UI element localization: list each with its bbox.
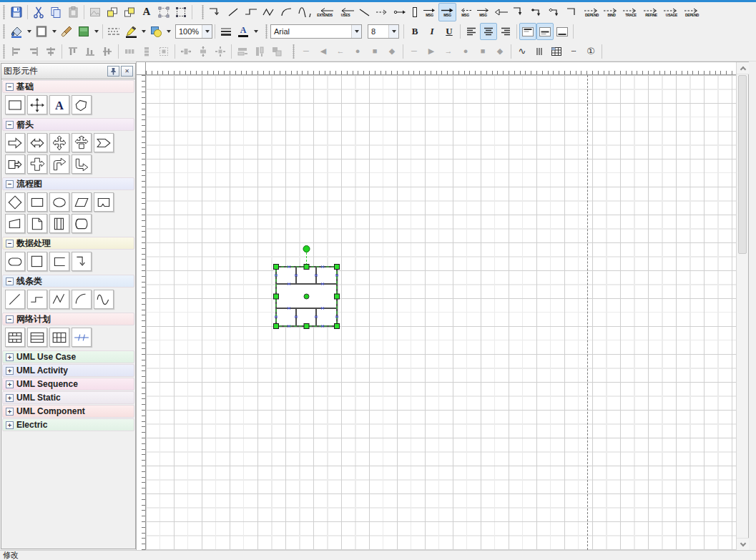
zigzag-connector-button[interactable] (260, 3, 278, 21)
section-header-uml-use-case[interactable]: + UML Use Case (2, 350, 134, 363)
trace-connector-button[interactable]: TRACE (621, 3, 641, 21)
expand-icon[interactable]: + (6, 353, 14, 361)
shape-item-arrow-three-way[interactable] (72, 133, 92, 152)
line-end-diamond-button[interactable]: ◆ (491, 43, 509, 60)
shape-item-arrow-cross[interactable] (27, 154, 47, 174)
line-end-circle-button[interactable]: ● (457, 43, 474, 60)
toolbar-grip[interactable] (265, 24, 267, 39)
shape-style-dropdown[interactable] (165, 23, 172, 40)
msg-async-connector-button[interactable]: MSG (474, 3, 492, 21)
line-end-arrow-button[interactable]: ▶ (423, 43, 440, 60)
line-start-diamond-button[interactable]: ◆ (383, 43, 401, 60)
panel-pin-button[interactable] (107, 66, 119, 77)
border-style-button[interactable] (33, 23, 50, 40)
shape-item-ellipse[interactable] (49, 192, 69, 212)
msg-solid-connector-button[interactable]: MSG (438, 3, 456, 21)
section-header-arrows[interactable]: − 箭头 (2, 118, 134, 131)
ungroup-button[interactable] (172, 4, 190, 21)
lifeline-connector-button[interactable] (409, 3, 421, 21)
shape-item-table-grid[interactable] (49, 328, 69, 347)
font-name-dropdown[interactable] (351, 25, 361, 38)
shape-item-drum[interactable] (72, 214, 92, 233)
collapse-icon[interactable]: − (6, 240, 14, 247)
group-button[interactable] (155, 4, 172, 21)
drawing-canvas[interactable] (146, 75, 736, 550)
zoom-combo[interactable]: 100% (175, 24, 212, 39)
section-header-basic[interactable]: − 基础 (2, 80, 134, 93)
expand-icon[interactable]: + (6, 394, 14, 402)
anchor-arrow-connector-button[interactable] (391, 3, 409, 21)
section-header-uml-activity[interactable]: + UML Activity (2, 364, 134, 377)
align-center-button[interactable] (480, 23, 497, 40)
same-width-button[interactable] (234, 43, 251, 60)
font-color-button[interactable]: A (235, 23, 252, 40)
elbow-diamond-connector-button[interactable] (528, 3, 546, 21)
shape-item-curve[interactable] (94, 290, 114, 309)
font-color-dropdown[interactable] (252, 23, 260, 40)
msg-call-connector-button[interactable]: MSG (421, 3, 438, 21)
dependency2-connector-button[interactable]: DEPEND (682, 3, 702, 21)
line-end-none-button[interactable]: ─ (406, 43, 423, 60)
curve-connector-button[interactable] (296, 3, 314, 21)
shape-item-process[interactable] (27, 192, 47, 212)
align-left-button[interactable] (463, 23, 480, 40)
shape-item-arrow-right[interactable] (5, 133, 25, 152)
line-start-square-button[interactable]: ■ (366, 43, 383, 60)
uses-connector-button[interactable]: USES (335, 3, 355, 21)
paste-button[interactable] (64, 4, 82, 21)
space-down-button[interactable] (195, 43, 212, 60)
section-header-uml-static[interactable]: + UML Static (2, 391, 134, 404)
save-button[interactable] (8, 4, 25, 21)
align-middle-vertical-button[interactable] (99, 43, 116, 60)
collapse-icon[interactable]: − (6, 315, 14, 323)
align-right-edges-button[interactable] (25, 43, 42, 60)
line-start-none-button[interactable]: ─ (298, 43, 315, 60)
font-size-combo[interactable]: 8 (368, 24, 399, 39)
align-left-edges-button[interactable] (8, 43, 25, 60)
line-color-dropdown[interactable] (139, 23, 147, 40)
line-color-button[interactable] (122, 23, 139, 40)
insert-image-button[interactable] (87, 4, 104, 21)
send-to-back-button[interactable] (121, 4, 138, 21)
center-handle[interactable] (304, 294, 309, 299)
msg-return-connector-button[interactable]: MSG (456, 3, 474, 21)
shape-item-arrow-chevron[interactable] (94, 133, 114, 152)
shape-item-bracket[interactable] (49, 252, 69, 271)
selected-table-shape[interactable] (253, 235, 357, 337)
valign-top-button[interactable] (519, 23, 536, 40)
italic-button[interactable]: I (423, 23, 441, 40)
show-grid-toggle[interactable] (548, 43, 565, 60)
shape-item-text[interactable]: A (49, 95, 69, 114)
collapse-icon[interactable]: − (6, 277, 14, 285)
section-header-data-processing[interactable]: − 数据处理 (2, 237, 134, 250)
zoom-dropdown[interactable] (202, 25, 212, 38)
align-top-edges-button[interactable] (64, 43, 82, 60)
font-name-combo[interactable]: Arial (270, 24, 362, 39)
line-start-circle-button[interactable]: ● (349, 43, 366, 60)
expand-icon[interactable]: + (6, 367, 14, 375)
shape-item-polygon[interactable] (72, 95, 92, 114)
section-header-lines[interactable]: − 线条类 (2, 275, 134, 288)
expand-icon[interactable]: + (6, 408, 14, 416)
scroll-down-button[interactable] (737, 538, 749, 550)
underline-button[interactable]: U (441, 23, 458, 40)
elbow-plain-connector-button[interactable] (564, 3, 581, 21)
section-header-electric[interactable]: + Electric (2, 418, 134, 431)
toolbar-grip[interactable] (3, 44, 5, 59)
shape-item-arrow-double[interactable] (27, 133, 47, 152)
distribute-horizontal-button[interactable] (121, 43, 138, 60)
elbow-connector-button[interactable] (510, 3, 528, 21)
fill-color-button[interactable] (8, 23, 25, 40)
section-header-uml-sequence[interactable]: + UML Sequence (2, 378, 134, 390)
generalization-connector-button[interactable] (492, 3, 510, 21)
refine-connector-button[interactable]: REFINE (641, 3, 662, 21)
toolbar-grip[interactable] (3, 5, 5, 19)
shape-item-table-cells[interactable] (5, 328, 25, 347)
line-end-open-arrow-button[interactable]: → (440, 43, 457, 60)
rotation-handle[interactable] (303, 246, 310, 252)
shape-item-square[interactable] (27, 252, 47, 271)
collapse-icon[interactable]: − (6, 83, 14, 91)
shape-item-display[interactable] (94, 192, 114, 212)
shape-item-elbow-arrow[interactable] (72, 252, 92, 271)
extends-connector-button[interactable]: EXTENDS (314, 3, 335, 21)
